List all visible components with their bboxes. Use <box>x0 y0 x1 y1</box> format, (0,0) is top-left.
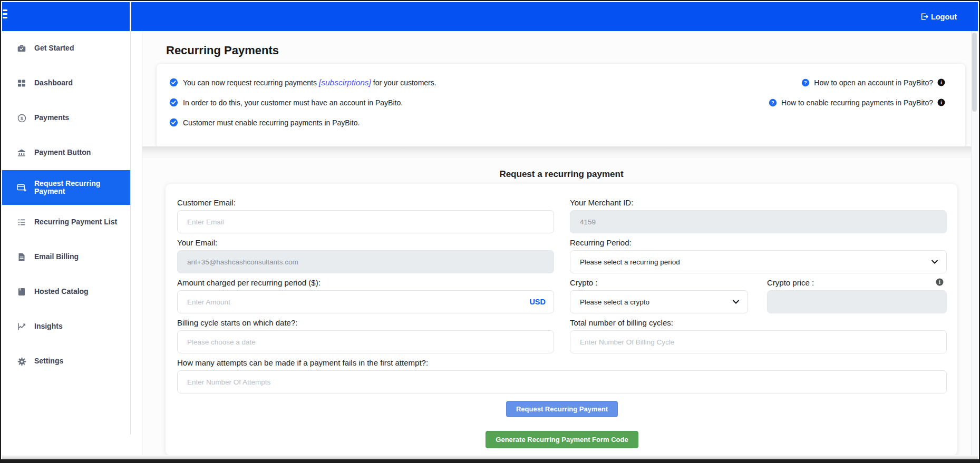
list-icon <box>16 218 27 226</box>
check-circle-icon <box>169 78 178 87</box>
bank-icon <box>16 149 27 157</box>
crypto-label: Crypto : <box>570 278 748 288</box>
request-recurring-payment-button[interactable]: Request Recurring Payment <box>506 401 618 417</box>
amount-label: Amount charged per recurring period ($): <box>177 278 554 288</box>
section-heading: Request a recurring payment <box>166 169 957 180</box>
sidebar-item-settings[interactable]: Settings <box>2 344 130 379</box>
sidebar-item-payment-button[interactable]: Payment Button <box>2 135 130 170</box>
dashboard-grid-icon <box>16 79 27 87</box>
help-link-enable-recurring[interactable]: ? How to enable recurring payments in Pa… <box>769 98 945 107</box>
vertical-scrollbar[interactable] <box>971 31 978 455</box>
chart-line-icon <box>16 322 27 331</box>
help-links: ? How to open an account in PayBito? i ?… <box>769 78 945 107</box>
amount-input[interactable] <box>177 290 554 313</box>
svg-text:?: ? <box>804 80 807 85</box>
sidebar-item-dashboard[interactable]: Dashboard <box>2 66 130 101</box>
merchant-id-input <box>570 210 947 233</box>
info-circle-icon[interactable]: i <box>937 98 945 106</box>
note-row: Customer must enable recurring payments … <box>169 118 436 127</box>
main-area: Recurring Payments You can now request r… <box>131 31 972 455</box>
attempts-label: How many attempts can be made if a payme… <box>177 358 947 368</box>
section-divider <box>142 146 972 157</box>
page-title: Recurring Payments <box>166 44 279 57</box>
merchant-id-label: Your Merchant ID: <box>570 198 947 208</box>
crypto-select[interactable]: Please select a crypto <box>570 290 748 313</box>
recurring-payment-form-card: Customer Email: Your Merchant ID: Your E… <box>166 184 957 456</box>
top-bar: Logout <box>2 2 978 31</box>
recurring-period-label: Recurring Period: <box>570 238 947 248</box>
header-divider <box>130 2 131 31</box>
info-card: You can now request recurring payments [… <box>157 64 965 148</box>
hamburger-menu-icon[interactable] <box>3 9 7 21</box>
recurring-period-select[interactable]: Please select a recurring period <box>570 250 947 273</box>
document-icon <box>16 253 27 261</box>
billing-cycles-label: Total number of billing cycles: <box>570 318 947 328</box>
attempts-input[interactable] <box>177 370 947 393</box>
question-circle-icon: ? <box>769 98 777 107</box>
info-circle-icon[interactable]: i <box>936 278 944 286</box>
sidebar: Get Started Dashboard $ Payments Payment… <box>2 31 131 435</box>
svg-text:?: ? <box>771 100 774 105</box>
logout-label: Logout <box>931 13 957 21</box>
dollar-circle-icon: $ <box>16 114 27 123</box>
check-circle-icon <box>169 98 178 107</box>
sidebar-item-recurring-payment-list[interactable]: Recurring Payment List <box>2 205 130 240</box>
sidebar-item-get-started[interactable]: Get Started <box>2 31 130 66</box>
sidebar-item-hosted-catalog[interactable]: Hosted Catalog <box>2 274 130 309</box>
billing-date-input[interactable] <box>177 330 554 353</box>
book-icon <box>16 288 27 296</box>
subscriptions-highlight: [subscirptions] <box>319 78 371 87</box>
help-link-label: How to enable recurring payments in PayB… <box>781 98 933 107</box>
check-circle-icon <box>169 118 178 127</box>
your-email-label: Your Email: <box>177 238 554 248</box>
window-bottom-border <box>1 459 979 462</box>
svg-text:i: i <box>940 100 942 105</box>
customer-email-label: Customer Email: <box>177 198 554 208</box>
window-bottom-shadow <box>2 455 978 459</box>
note-text: In order to do this, your customer must … <box>183 98 403 107</box>
info-circle-icon[interactable]: i <box>937 78 945 86</box>
note-row: In order to do this, your customer must … <box>169 98 436 107</box>
logout-button[interactable]: Logout <box>920 2 957 31</box>
app-window: Logout Get Started Dashboard $ Payments <box>0 0 980 463</box>
sidebar-item-insights[interactable]: Insights <box>2 309 130 344</box>
briefcase-check-icon <box>16 44 27 53</box>
generate-form-code-button[interactable]: Generate Recurring Payment Form Code <box>486 431 638 448</box>
question-circle-icon: ? <box>801 78 810 87</box>
note-text: Customer must enable recurring payments … <box>183 119 360 127</box>
help-link-label: How to open an account in PayBito? <box>814 78 933 87</box>
svg-text:i: i <box>940 80 942 85</box>
your-email-input <box>177 250 554 273</box>
sidebar-item-request-recurring-payment[interactable]: Request Recurring Payment <box>2 170 130 205</box>
scrollbar-thumb[interactable] <box>972 33 977 112</box>
billing-cycles-input[interactable] <box>570 330 947 353</box>
crypto-price-label: Crypto price : <box>767 278 947 288</box>
note-row: You can now request recurring payments [… <box>169 78 436 87</box>
notes-list: You can now request recurring payments [… <box>169 78 436 138</box>
content-region: Recurring Payments You can now request r… <box>142 31 972 455</box>
sidebar-item-email-billing[interactable]: Email Billing <box>2 240 130 274</box>
customer-email-input[interactable] <box>177 210 554 233</box>
logout-icon <box>920 13 928 21</box>
svg-text:$: $ <box>20 115 23 121</box>
billing-date-label: Billing cycle starts on which date?: <box>177 318 554 328</box>
card-plus-icon <box>16 183 27 192</box>
svg-text:i: i <box>939 280 940 285</box>
currency-suffix: USD <box>529 298 546 306</box>
gear-icon <box>16 357 27 366</box>
sidebar-item-payments[interactable]: $ Payments <box>2 101 130 135</box>
crypto-price-input <box>767 290 947 313</box>
note-text: You can now request recurring payments [… <box>183 78 436 87</box>
help-link-open-account[interactable]: ? How to open an account in PayBito? i <box>801 78 945 87</box>
